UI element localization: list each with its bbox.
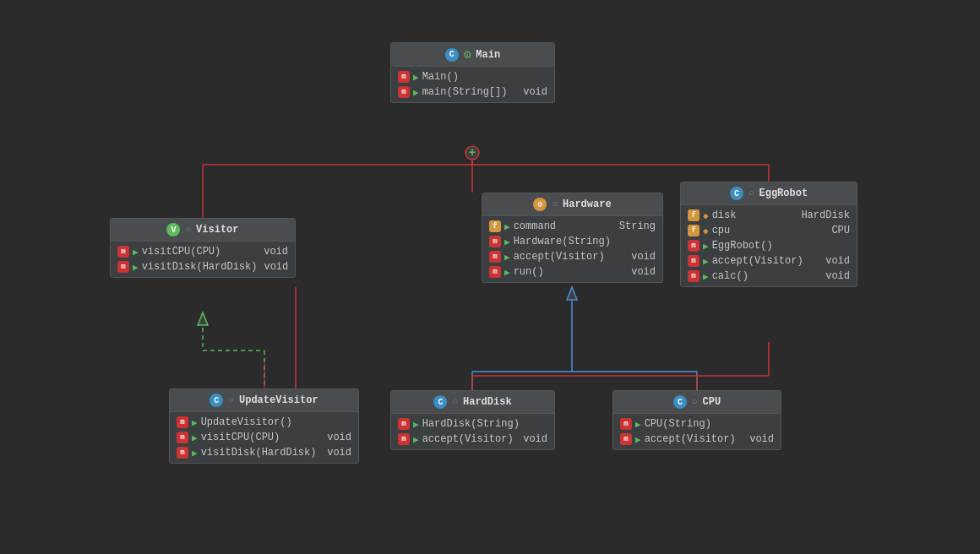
method-icon: m xyxy=(398,433,410,445)
circle-decorator: ○ xyxy=(185,225,191,235)
method-icon: m xyxy=(177,447,188,459)
method-icon: m xyxy=(398,86,410,98)
visibility-icon: ▶ xyxy=(133,247,139,258)
class-main-name: Main xyxy=(476,49,500,61)
circle-decorator: ○ xyxy=(552,199,558,209)
method-row: m ▶ accept(Visitor) void xyxy=(391,432,554,447)
class-visitor-body: m ▶ visitCPU(CPU) void m ▶ visitDisk(Har… xyxy=(111,242,295,277)
method-row: m ▶ HardDisk(String) xyxy=(391,416,554,432)
method-icon: m xyxy=(117,246,129,258)
class-icon-eggRobot: C xyxy=(730,187,743,200)
class-hardDisk-body: m ▶ HardDisk(String) m ▶ accept(Visitor)… xyxy=(391,414,554,449)
class-visitor-name: Visitor xyxy=(196,224,238,236)
svg-marker-12 xyxy=(198,312,208,325)
svg-text:+: + xyxy=(469,146,476,160)
visibility-icon: ▶ xyxy=(192,417,198,428)
return-type: void xyxy=(825,255,850,267)
method-row: m ▶ calc() void xyxy=(681,269,857,284)
return-type: void xyxy=(631,251,656,263)
class-updateVisitor[interactable]: C ○ UpdateVisitor m ▶ UpdateVisitor() m … xyxy=(169,388,359,464)
return-type: void xyxy=(523,86,547,98)
class-hardDisk[interactable]: C ○ HardDisk m ▶ HardDisk(String) m ▶ ac… xyxy=(390,390,555,450)
method-name: accept(Visitor) xyxy=(645,433,736,445)
field-icon: f xyxy=(489,220,501,232)
class-cpu-body: m ▶ CPU(String) m ▶ accept(Visitor) void xyxy=(613,414,781,449)
visibility-icon: ▶ xyxy=(703,271,709,282)
method-icon: m xyxy=(688,240,700,252)
return-type: void xyxy=(327,432,351,443)
method-row: m ▶ UpdateVisitor() xyxy=(170,415,358,430)
visibility-icon: ▶ xyxy=(504,267,510,278)
circle-decorator: ○ xyxy=(228,395,234,405)
method-name: accept(Visitor) xyxy=(712,255,803,267)
method-name: visitDisk(HardDisk) xyxy=(201,447,317,459)
visibility-icon: ▶ xyxy=(504,221,510,232)
circle-decorator: ○ xyxy=(749,188,754,198)
visibility-icon: ▶ xyxy=(133,262,139,273)
field-name: disk xyxy=(712,209,737,221)
method-row: m ▶ visitCPU(CPU) void xyxy=(170,430,358,445)
method-name: visitCPU(CPU) xyxy=(201,432,280,443)
return-type: void xyxy=(825,270,850,282)
method-name: visitCPU(CPU) xyxy=(142,246,221,258)
method-name: Main() xyxy=(422,71,459,83)
method-icon: m xyxy=(117,261,129,273)
method-row: m ▶ accept(Visitor) void xyxy=(482,249,662,264)
visibility-icon: ▶ xyxy=(635,419,641,430)
field-row: f ◆ disk HardDisk xyxy=(681,208,857,223)
class-visitor[interactable]: V ○ Visitor m ▶ visitCPU(CPU) void m ▶ v… xyxy=(110,218,296,278)
class-hardware-name: Hardware xyxy=(563,198,612,210)
method-icon: m xyxy=(398,71,410,83)
field-icon: f xyxy=(688,209,700,221)
method-row: m ▶ accept(Visitor) void xyxy=(681,253,857,269)
class-eggRobot[interactable]: C ○ EggRobot f ◆ disk HardDisk f ◆ cpu C… xyxy=(680,182,858,287)
class-icon-main: C xyxy=(445,48,459,62)
method-row: m ▶ Hardware(String) xyxy=(482,234,662,249)
method-name: run() xyxy=(514,266,544,278)
method-name: calc() xyxy=(712,270,749,282)
method-name: accept(Visitor) xyxy=(422,433,514,445)
class-icon-hardDisk: C xyxy=(433,395,447,409)
visibility-icon: ▶ xyxy=(635,434,641,445)
return-type: void xyxy=(264,261,288,273)
class-eggRobot-header: C ○ EggRobot xyxy=(681,182,857,205)
class-updateVisitor-body: m ▶ UpdateVisitor() m ▶ visitCPU(CPU) vo… xyxy=(170,412,358,463)
class-cpu-name: CPU xyxy=(703,396,721,408)
method-icon: m xyxy=(489,251,501,263)
method-icon: m xyxy=(489,236,501,247)
method-icon: m xyxy=(489,266,501,278)
visibility-icon: ◆ xyxy=(703,210,709,221)
svg-point-7 xyxy=(466,146,479,160)
visibility-icon: ▶ xyxy=(413,72,419,83)
class-hardDisk-name: HardDisk xyxy=(463,396,512,408)
class-hardDisk-header: C ○ HardDisk xyxy=(391,391,554,414)
method-icon: m xyxy=(177,416,188,428)
method-name: accept(Visitor) xyxy=(514,251,605,263)
class-hardware-header: ⚙ ○ Hardware xyxy=(482,193,662,216)
class-main[interactable]: C ⚙ Main m ▶ Main() m ▶ main(String[]) v… xyxy=(390,42,555,103)
method-name: visitDisk(HardDisk) xyxy=(142,261,258,273)
method-name: EggRobot() xyxy=(712,240,773,252)
class-hardware[interactable]: ⚙ ○ Hardware f ▶ command String m ▶ Hard… xyxy=(482,193,663,283)
class-updateVisitor-header: C ○ UpdateVisitor xyxy=(170,389,358,412)
method-row: m ▶ EggRobot() xyxy=(681,238,857,253)
method-row: m ▶ Main() xyxy=(391,69,554,84)
method-row: m ▶ visitCPU(CPU) void xyxy=(111,244,295,259)
visibility-icon: ▶ xyxy=(413,419,419,430)
class-cpu[interactable]: C ○ CPU m ▶ CPU(String) m ▶ accept(Visit… xyxy=(612,390,781,450)
visibility-icon: ▶ xyxy=(413,434,419,445)
class-updateVisitor-name: UpdateVisitor xyxy=(239,394,318,406)
class-icon-cpu: C xyxy=(673,395,687,409)
class-cpu-header: C ○ CPU xyxy=(613,391,781,414)
field-type: String xyxy=(619,220,656,232)
class-icon-decorator: ⚙ xyxy=(464,47,471,62)
field-icon: f xyxy=(688,225,700,236)
svg-marker-16 xyxy=(567,287,577,300)
field-row: f ◆ cpu CPU xyxy=(681,223,857,238)
field-type: CPU xyxy=(831,225,850,236)
class-hardware-body: f ▶ command String m ▶ Hardware(String) … xyxy=(482,216,662,282)
method-icon: m xyxy=(620,433,632,445)
class-main-header: C ⚙ Main xyxy=(391,43,554,67)
class-main-body: m ▶ Main() m ▶ main(String[]) void xyxy=(391,67,554,102)
method-row: m ▶ visitDisk(HardDisk) void xyxy=(170,445,358,460)
